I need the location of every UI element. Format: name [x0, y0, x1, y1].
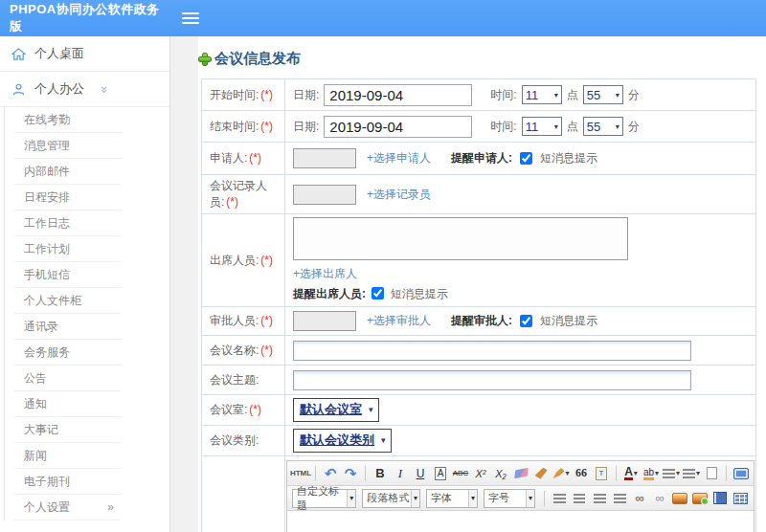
sidebar-subitem[interactable]: 公告: [14, 366, 122, 391]
rich-text-editor: HTML ↶ ↷ B I U A ABC X²: [286, 460, 755, 532]
remove-link-icon[interactable]: ∞: [651, 489, 668, 507]
font-family-select[interactable]: 字体▾: [426, 489, 478, 508]
end-hour-select[interactable]: 11▾: [522, 117, 562, 136]
remind-attendees-label: 提醒出席人员:: [293, 287, 366, 300]
row-meeting-name: 会议名称:(*): [202, 336, 756, 366]
align-left-icon[interactable]: [551, 489, 568, 507]
meeting-name-input[interactable]: [293, 341, 691, 361]
sidebar-item-supervision[interactable]: 督查督办 »: [0, 521, 169, 532]
required-mark: (*): [226, 195, 238, 209]
font-size-select[interactable]: 字号▾: [484, 489, 535, 508]
attendees-textarea[interactable]: [293, 217, 628, 260]
start-minute-select[interactable]: 55▾: [583, 85, 623, 104]
hamburger-icon[interactable]: [182, 10, 199, 27]
align-right-icon[interactable]: [591, 489, 608, 507]
sidebar-subitem[interactable]: 在线考勤: [14, 107, 122, 133]
pick-attendees-link[interactable]: +选择出席人: [293, 267, 357, 280]
field-label: 会议记录人员:: [210, 179, 267, 209]
row-start-time: 开始时间:(*) 日期: 时间: 11▾ 点 55▾ 分: [202, 79, 756, 111]
sidebar-subitem[interactable]: 新闻: [14, 443, 122, 469]
row-recorder: 会议记录人员:(*) +选择记录员: [202, 175, 756, 214]
sidebar-item-label: 个人桌面: [34, 45, 84, 62]
heading-select[interactable]: 自定义标题▾: [292, 489, 356, 508]
sidebar-subitem[interactable]: 工作日志: [14, 211, 122, 236]
add-icon: [198, 53, 212, 66]
insert-link-icon[interactable]: ∞: [631, 489, 648, 507]
sidebar-subitem[interactable]: 通讯录: [14, 314, 122, 340]
underline-button[interactable]: U: [412, 464, 429, 482]
recorder-input[interactable]: [293, 185, 356, 205]
align-justify-icon[interactable]: [611, 489, 628, 507]
sidebar-subitem[interactable]: 个人文件柜: [14, 288, 122, 314]
blockquote-button[interactable]: 66: [573, 464, 590, 482]
sidebar-subitem[interactable]: 消息管理: [14, 133, 122, 159]
top-header: PHPOA协同办公软件政务版: [0, 0, 766, 36]
strikethrough-button[interactable]: ABC: [452, 464, 469, 482]
field-label: 会议名称:: [210, 344, 259, 357]
table-icon[interactable]: [732, 489, 749, 507]
end-date-input[interactable]: [324, 116, 472, 138]
minute-unit: 分: [628, 119, 640, 135]
sidebar-item-personal-office[interactable]: 个人办公 »: [0, 72, 169, 107]
editor-content-area[interactable]: [287, 511, 754, 532]
editor-toolbar-row2: 自定义标题▾ 段落格式▾ 字体▾ 字号▾ ∞ ∞: [287, 486, 754, 511]
approver-input[interactable]: [293, 311, 356, 331]
sidebar-subitem[interactable]: 日程安排: [14, 185, 122, 211]
format-painter-icon[interactable]: ▾: [552, 464, 570, 482]
fullscreen-monitor-icon[interactable]: [732, 464, 750, 482]
applicant-input[interactable]: [293, 148, 356, 168]
applicant-sms-checkbox[interactable]: [520, 152, 532, 165]
html-source-button[interactable]: HTML: [292, 464, 309, 482]
time-label: 时间:: [490, 119, 516, 135]
superscript-button[interactable]: X²: [472, 464, 489, 482]
sidebar-subitem[interactable]: 通知: [14, 391, 122, 417]
sidebar-item-personal-desktop[interactable]: 个人桌面: [0, 36, 169, 72]
meeting-category-select[interactable]: 默认会议类别▾: [293, 429, 392, 453]
sidebar-subitem[interactable]: 手机短信: [14, 262, 122, 288]
subscript-button[interactable]: X₂: [492, 464, 509, 482]
image-icon[interactable]: [671, 489, 688, 507]
unordered-list-button[interactable]: ▾: [683, 464, 700, 482]
bold-button[interactable]: B: [372, 464, 389, 482]
paragraph-format-select[interactable]: 段落格式▾: [362, 489, 420, 508]
meeting-room-select[interactable]: 默认会议室▾: [293, 398, 379, 422]
editor-toolbar-row1: HTML ↶ ↷ B I U A ABC X²: [287, 461, 754, 486]
sidebar-item-personal-settings[interactable]: 个人设置 »: [14, 495, 122, 521]
required-mark: (*): [249, 403, 261, 416]
undo-icon[interactable]: ↶: [322, 464, 339, 482]
sidebar-subitem[interactable]: 内部邮件: [14, 159, 122, 185]
ordered-list-button[interactable]: ▾: [663, 464, 680, 482]
start-hour-select[interactable]: 11▾: [522, 85, 562, 104]
attendees-sms-checkbox[interactable]: [372, 287, 384, 299]
sidebar-subitem[interactable]: 大事记: [14, 417, 122, 443]
paste-icon[interactable]: T: [593, 464, 610, 482]
field-label: 会议室:: [210, 403, 247, 416]
insert-image-icon[interactable]: [691, 489, 709, 507]
caret-down-icon: ▾: [554, 91, 558, 100]
font-color-button[interactable]: A▾: [622, 464, 640, 482]
redo-icon[interactable]: ↷: [342, 464, 359, 482]
row-editor: HTML ↶ ↷ B I U A ABC X²: [202, 456, 756, 532]
sidebar-subitem[interactable]: 电子期刊: [14, 469, 122, 495]
required-mark: (*): [260, 344, 273, 357]
end-minute-select[interactable]: 55▾: [583, 117, 623, 136]
align-center-icon[interactable]: [571, 489, 588, 507]
media-icon[interactable]: [711, 489, 729, 507]
start-date-input[interactable]: [324, 84, 472, 106]
highlight-button[interactable]: ab▾: [642, 464, 660, 482]
approver-sms-checkbox[interactable]: [520, 315, 532, 327]
pick-approver-link[interactable]: +选择审批人: [367, 313, 431, 329]
new-page-icon[interactable]: [703, 464, 720, 482]
minute-unit: 分: [628, 87, 640, 103]
sidebar-subitem[interactable]: 会务服务: [14, 340, 122, 366]
sidebar-subitem[interactable]: 工作计划: [14, 236, 122, 262]
eraser-icon[interactable]: [512, 464, 529, 482]
sidebar-item-label: 个人办公: [34, 80, 84, 98]
pick-applicant-link[interactable]: +选择申请人: [367, 150, 431, 166]
hour-unit: 点: [567, 87, 578, 103]
pick-recorder-link[interactable]: +选择记录员: [367, 187, 431, 203]
italic-button[interactable]: I: [392, 464, 409, 482]
font-style-button[interactable]: A: [435, 467, 447, 480]
meeting-topic-input[interactable]: [293, 370, 691, 390]
broom-icon[interactable]: [532, 464, 550, 482]
